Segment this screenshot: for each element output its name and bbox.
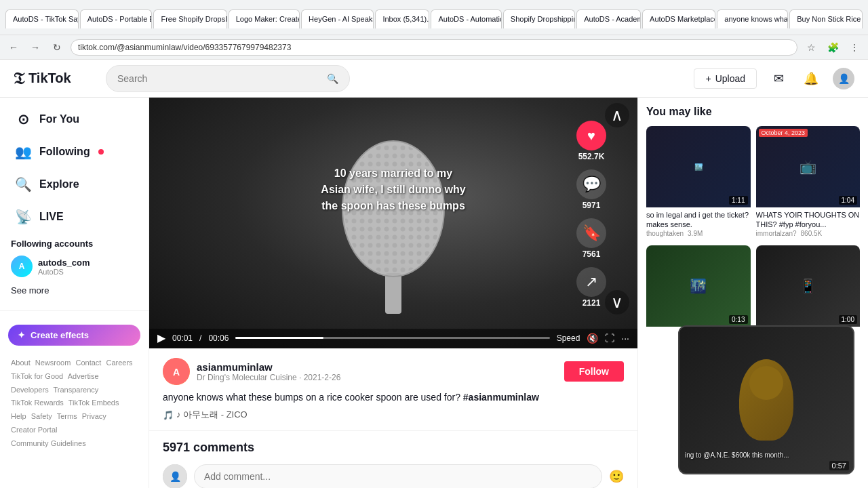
see-more-link[interactable]: See more — [0, 281, 149, 300]
bookmark-icon: 🔖 — [576, 218, 606, 248]
comments-count-heading: 5971 comments — [163, 441, 624, 455]
browser-tab-9[interactable]: AutoDS - Academy — [576, 9, 641, 28]
video-nav-down-button[interactable]: ∨ — [605, 290, 629, 314]
browser-tab-3[interactable]: Free Shopify Dropsh... — [153, 9, 226, 28]
play-button[interactable]: ▶ — [157, 331, 165, 344]
browser-tab-7[interactable]: AutoDS - Automatic... — [431, 9, 501, 28]
rec-info-2: WHATS YOIR THOUGHTS ON THIS? #fyp #foryo… — [756, 207, 861, 240]
post-music[interactable]: 🎵 ♪ 아무노래 - ZICO — [163, 409, 624, 421]
upload-label: Upload — [715, 73, 745, 84]
follow-button[interactable]: Follow — [564, 361, 624, 382]
post-author-info: asianmuminlaw Dr Ding's Molecular Cuisin… — [197, 361, 340, 382]
search-input[interactable] — [117, 73, 321, 84]
transparency-link[interactable]: Transparency — [54, 386, 99, 394]
video-container[interactable]: 10 years married to my Asian wife, I sti… — [149, 98, 637, 348]
url-bar[interactable]: tiktok.com/@asianmuminlaw/video/69335776… — [71, 39, 797, 56]
hashtag[interactable]: #asianmuminlaw — [463, 392, 539, 403]
sidebar-item-for-you[interactable]: ⊙ For You — [3, 103, 146, 136]
tiktok-rewards-link[interactable]: TikTok Rewards — [11, 399, 64, 407]
extensions-button[interactable]: 🧩 — [825, 39, 841, 56]
following-section-title: Following accounts — [0, 233, 149, 251]
tiktok-embeds-link[interactable]: TikTok Embeds — [68, 399, 119, 407]
browser-tab-active[interactable]: anyone knows what... — [717, 9, 788, 28]
post-author-name[interactable]: asianmuminlaw — [197, 361, 340, 373]
mute-button[interactable]: 🔇 — [587, 333, 598, 344]
more-options-button[interactable]: ··· — [621, 333, 629, 344]
autods-username: autods_com — [38, 258, 90, 268]
reload-button[interactable]: ↻ — [49, 39, 65, 56]
terms-link[interactable]: Terms — [57, 412, 77, 420]
developers-link[interactable]: Developers — [11, 386, 49, 394]
rec-card-1[interactable]: 🏙️ 1:11 so im legal and i get the ticket… — [646, 126, 751, 240]
autods-avatar: A — [11, 256, 33, 277]
browser-tab-12[interactable]: Buy Non Stick Rice f... — [789, 9, 863, 28]
browser-tab-8[interactable]: Shopify Dropshippin... — [503, 9, 575, 28]
careers-link[interactable]: Careers — [106, 359, 132, 367]
autods-handle: AutoDS — [38, 268, 90, 276]
rec-thumb-text-1: 🏙️ — [689, 158, 708, 176]
back-button[interactable]: ← — [5, 39, 22, 56]
music-name: ♪ 아무노래 - ZICO — [176, 409, 248, 421]
comment-input[interactable] — [194, 464, 602, 488]
settings-button[interactable]: ⋮ — [846, 39, 863, 56]
forward-button[interactable]: → — [27, 39, 43, 56]
bookmark-button[interactable]: ☆ — [803, 39, 819, 56]
progress-bar[interactable] — [235, 337, 549, 339]
total-time: 00:06 — [208, 333, 229, 343]
contact-link[interactable]: Contact — [75, 359, 101, 367]
rec-date-badge-2: October 4, 2023 — [759, 129, 808, 137]
like-button[interactable]: ♥ 552.7K — [576, 121, 606, 161]
browser-tab-2[interactable]: AutoDS - Portable E... — [80, 9, 153, 28]
send-button[interactable]: ✉ — [768, 68, 789, 89]
browser-tab-1[interactable]: AutoDS - TikTok Say... — [5, 9, 79, 28]
sidebar-item-live[interactable]: 📡 LIVE — [3, 201, 146, 233]
comment-icon: 💬 — [576, 169, 606, 199]
live-label: LIVE — [39, 211, 64, 223]
speed-label[interactable]: Speed — [557, 333, 580, 343]
sidebar-item-following[interactable]: 👥 Following — [3, 136, 146, 168]
create-effects-icon: ✦ — [18, 330, 25, 340]
help-link[interactable]: Help — [11, 412, 26, 420]
rec-thumbnail-2: October 4, 2023 📺 1:04 — [756, 126, 861, 207]
profile-avatar[interactable]: 👤 — [833, 68, 854, 89]
following-account-autods[interactable]: A autods_com AutoDS — [0, 251, 149, 281]
browser-tab-6[interactable]: Inbox (5,341)... — [375, 9, 429, 28]
tiktok-for-good-link[interactable]: TikTok for Good — [11, 372, 63, 380]
rec-card-2[interactable]: October 4, 2023 📺 1:04 WHATS YOIR THOUGH… — [756, 126, 861, 240]
fullscreen-button[interactable]: ⛶ — [605, 333, 614, 344]
advertise-link[interactable]: Advertise — [68, 372, 99, 380]
sidebar-item-explore[interactable]: 🔍 Explore — [3, 168, 146, 201]
search-bar[interactable]: 🔍 — [106, 65, 350, 92]
newsroom-link[interactable]: Newsroom — [35, 359, 71, 367]
browser-tab-5[interactable]: HeyGen - AI Speaks... — [301, 9, 374, 28]
create-effects-button[interactable]: ✦ Create effects — [8, 325, 140, 346]
floating-video-overlay[interactable]: 0:57 ing to @A.N.E. $600k this month... — [678, 325, 854, 474]
floating-video-duration: 0:57 — [829, 461, 849, 470]
rec-thumbnail-4: 📱 1:00 — [756, 245, 861, 327]
following-icon: 👥 — [14, 142, 33, 161]
share-button[interactable]: ↗ 2121 — [576, 267, 606, 308]
community-guidelines-link[interactable]: Community Guidelines — [11, 439, 86, 447]
video-nav-up-button[interactable]: ∧ — [605, 103, 629, 127]
caption-line3: the spoon has these bumps — [321, 198, 465, 214]
comment-input-row: 👤 🙂 — [163, 464, 624, 488]
about-link[interactable]: About — [11, 359, 31, 367]
caption-line2: Asian wife, I still dunno why — [321, 182, 465, 198]
svg-text:👤: 👤 — [170, 471, 182, 483]
emoji-button[interactable]: 🙂 — [609, 469, 624, 484]
notification-button[interactable]: 🔔 — [800, 68, 822, 89]
safety-link[interactable]: Safety — [31, 412, 52, 420]
rec-info-1: so im legal and i get the ticket? makes … — [646, 207, 751, 240]
upload-button[interactable]: + Upload — [694, 68, 757, 89]
browser-tab-10[interactable]: AutoDS Marketplace... — [642, 9, 715, 28]
creator-portal-link[interactable]: Creator Portal — [11, 426, 57, 434]
bookmark-action-button[interactable]: 🔖 7561 — [576, 218, 606, 259]
privacy-link[interactable]: Privacy — [82, 412, 106, 420]
browser-tab-4[interactable]: Logo Maker: Create... — [229, 9, 300, 28]
comment-action-button[interactable]: 💬 5971 — [576, 169, 606, 210]
rec-text-1: so im legal and i get the ticket? makes … — [646, 210, 751, 230]
logo[interactable]: 𝔗 TikTok — [14, 69, 95, 88]
center-content: 10 years married to my Asian wife, I sti… — [149, 98, 637, 488]
search-icon[interactable]: 🔍 — [327, 73, 338, 84]
person-silhouette — [739, 359, 793, 441]
